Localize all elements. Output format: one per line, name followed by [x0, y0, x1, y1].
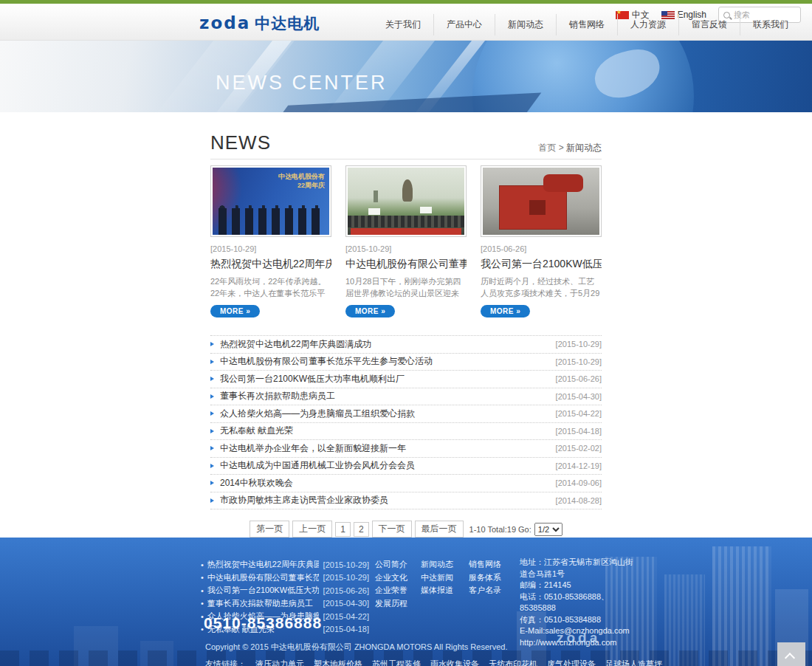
- bullet-icon: •: [201, 599, 204, 608]
- breadcrumb: 首页 > 新闻动态: [538, 142, 602, 154]
- nav-item-feedback[interactable]: 留言反馈: [679, 14, 740, 35]
- arrow-right-icon: [210, 411, 214, 416]
- card-date: [2015-10-29]: [345, 244, 467, 253]
- arrow-right-icon: [210, 360, 214, 364]
- nav-item-contact[interactable]: 联系我们: [740, 14, 801, 35]
- friend-links: 友情链接： 液压动力单元 塑木地板价格 苏州工程装修 雨水收集设备 无纺布印花机…: [205, 659, 662, 666]
- friend-link[interactable]: 雨水收集设备: [430, 659, 479, 666]
- news-list-item[interactable]: 2014中秋联欢晚会 [2014-09-06]: [210, 475, 602, 492]
- news-item-title: 众人拾柴火焰高——为身患脑瘤员工组织爱心捐款: [220, 408, 556, 420]
- card-title[interactable]: 中达电机股份有限公司董事长范乐: [345, 258, 467, 271]
- pagination-last[interactable]: 最后一页: [415, 521, 464, 538]
- main-nav: 关于我们 产品中心 新闻动态 销售网络 人力资源 留言反馈 联系我们: [373, 14, 801, 35]
- footer-link-news[interactable]: 新闻动态: [421, 558, 453, 571]
- decor-pagoda: [374, 190, 378, 202]
- friend-link[interactable]: 废气处理设备: [547, 659, 596, 666]
- footer-link-sales-network[interactable]: 销售网络: [469, 558, 501, 571]
- news-item-date: [2014-09-06]: [556, 478, 602, 487]
- news-list-item[interactable]: 众人拾柴火焰高——为身患脑瘤员工组织爱心捐款 [2015-04-22]: [210, 405, 602, 423]
- back-to-top-button[interactable]: [777, 642, 805, 666]
- outdoor-photo-art: [348, 168, 464, 235]
- stage-backdrop-text: 中达电机股份有 22周年庆: [278, 172, 325, 190]
- nav-item-about[interactable]: 关于我们: [373, 14, 434, 35]
- page-banner: NEWS CENTER: [0, 41, 812, 112]
- friend-link[interactable]: 苏州工程装修: [372, 659, 421, 666]
- page-select[interactable]: 1/2: [534, 523, 562, 536]
- friend-link[interactable]: 液压动力单元: [255, 659, 304, 666]
- card-title[interactable]: 我公司第一台2100KW低压大功率: [481, 258, 602, 271]
- news-item-date: [2014-12-19]: [556, 461, 602, 470]
- footer-news-date: [2015-06-26]: [323, 586, 369, 595]
- footer-news-item[interactable]: • 董事长再次捐款帮助患病员工 [2015-04-30]: [201, 597, 369, 611]
- page: zoda 中达电机 中文 English 关于我们 产品中心: [0, 0, 812, 666]
- footer-link-honors[interactable]: 企业荣誉: [375, 584, 407, 597]
- footer-news-item[interactable]: • 中达电机股份有限公司董事长范乐平先生... [2015-10-29]: [201, 571, 369, 585]
- news-item-date: [2015-04-18]: [556, 427, 602, 436]
- footer-column-about: 公司简介 企业文化 企业荣誉 发展历程: [375, 558, 407, 610]
- news-list-item[interactable]: 市政协周敏炜主席走访民营企业家政协委员 [2014-08-28]: [210, 492, 602, 510]
- footer-news-item[interactable]: • 热烈祝贺中达电机22周年庆典圆满成功 [2015-10-29]: [201, 558, 369, 571]
- news-list-item[interactable]: 无私奉献 献血光荣 [2015-04-18]: [210, 423, 602, 441]
- footer-news-title: 热烈祝贺中达电机22周年庆典圆满成功: [207, 559, 319, 570]
- decor-red-banner: [351, 228, 461, 235]
- news-list-item[interactable]: 董事长再次捐款帮助患病员工 [2015-04-30]: [210, 388, 602, 406]
- footer-link-company-profile[interactable]: 公司简介: [375, 558, 407, 571]
- friend-link[interactable]: 足球场人造草坪: [605, 659, 662, 666]
- footer-news-item[interactable]: • 我公司第一台2100KW低压大功率电... [2015-06-26]: [201, 584, 369, 597]
- news-item-date: [2015-10-29]: [556, 340, 602, 349]
- decor-flag: [420, 207, 432, 213]
- news-list-item[interactable]: 中达电机举办企业年会，以全新面貌迎接新一年 [2015-02-02]: [210, 440, 602, 458]
- news-photo-ceremony[interactable]: 中达电机股份有 22周年庆: [210, 165, 331, 237]
- pagination-next[interactable]: 下一页: [372, 521, 412, 538]
- logo[interactable]: zoda 中达电机: [199, 13, 320, 34]
- contact-tel: 电话：0510-85386888、85385888: [520, 591, 638, 614]
- pagination-prev[interactable]: 上一页: [292, 521, 332, 538]
- news-item-title: 中达电机成为中国通用机械工业协会风机分会会员: [220, 459, 556, 472]
- news-item-date: [2015-10-29]: [556, 357, 602, 366]
- friend-link[interactable]: 无纺布印花机: [489, 659, 537, 666]
- news-list-item[interactable]: 中达电机股份有限公司董事长范乐平先生参与爱心活动 [2015-10-29]: [210, 354, 602, 371]
- news-photo-outdoor[interactable]: [345, 165, 467, 237]
- more-button[interactable]: MORE »: [481, 305, 530, 317]
- arrow-right-icon: [210, 498, 214, 503]
- arrow-right-icon: [210, 394, 214, 399]
- pagination-first[interactable]: 第一页: [250, 521, 289, 538]
- news-item-title: 无私奉献 献血光荣: [220, 425, 556, 437]
- footer-news-title: 董事长再次捐款帮助患病员工: [207, 598, 319, 609]
- news-photo-motor[interactable]: [481, 165, 602, 237]
- nav-item-hr[interactable]: 人力资源: [618, 14, 679, 35]
- footer-link-media[interactable]: 媒体报道: [421, 584, 453, 597]
- news-item-date: [2015-06-26]: [556, 374, 602, 383]
- footer-link-culture[interactable]: 企业文化: [375, 571, 407, 585]
- breadcrumb-home[interactable]: 首页: [538, 143, 556, 153]
- arrow-right-icon: [210, 481, 214, 485]
- nav-item-news[interactable]: 新闻动态: [495, 14, 557, 35]
- chevron-up-icon: [785, 653, 795, 663]
- pagination-page-2[interactable]: 2: [354, 522, 369, 537]
- more-button[interactable]: MORE »: [345, 305, 395, 317]
- more-button[interactable]: MORE »: [210, 305, 260, 317]
- news-item-date: [2015-02-02]: [556, 444, 602, 453]
- footer-news-title: 我公司第一台2100KW低压大功率电...: [207, 585, 319, 596]
- arrow-right-icon: [210, 446, 214, 450]
- news-list-item[interactable]: 中达电机成为中国通用机械工业协会风机分会会员 [2014-12-19]: [210, 458, 602, 476]
- card-title[interactable]: 热烈祝贺中达电机22周年庆典圆满: [210, 258, 331, 271]
- footer-link-customers[interactable]: 客户名录: [469, 584, 501, 597]
- footer-link-history[interactable]: 发展历程: [375, 597, 407, 611]
- footer-news-date: [2015-04-18]: [323, 625, 369, 634]
- news-item-date: [2014-08-28]: [556, 496, 602, 505]
- friend-link[interactable]: 塑木地板价格: [314, 659, 362, 666]
- footer-link-service[interactable]: 服务体系: [469, 571, 501, 585]
- pagination-page-1[interactable]: 1: [335, 522, 351, 537]
- card-date: [2015-10-29]: [210, 244, 331, 253]
- contact-fax: 传真：0510-85384888: [520, 614, 638, 626]
- footer-link-company-news[interactable]: 中达新闻: [421, 571, 453, 585]
- nav-item-products[interactable]: 产品中心: [434, 14, 495, 35]
- news-item-title: 董事长再次捐款帮助患病员工: [220, 390, 556, 402]
- building-graphic: [712, 546, 771, 666]
- news-item-date: [2015-04-22]: [556, 409, 602, 418]
- bullet-icon: •: [201, 560, 204, 569]
- news-list-item[interactable]: 热烈祝贺中达电机22周年庆典圆满成功 [2015-10-29]: [210, 336, 602, 354]
- news-list-item[interactable]: 我公司第一台2100KW低压大功率电机顺利出厂 [2015-06-26]: [210, 371, 602, 388]
- nav-item-sales-network[interactable]: 销售网络: [557, 14, 618, 35]
